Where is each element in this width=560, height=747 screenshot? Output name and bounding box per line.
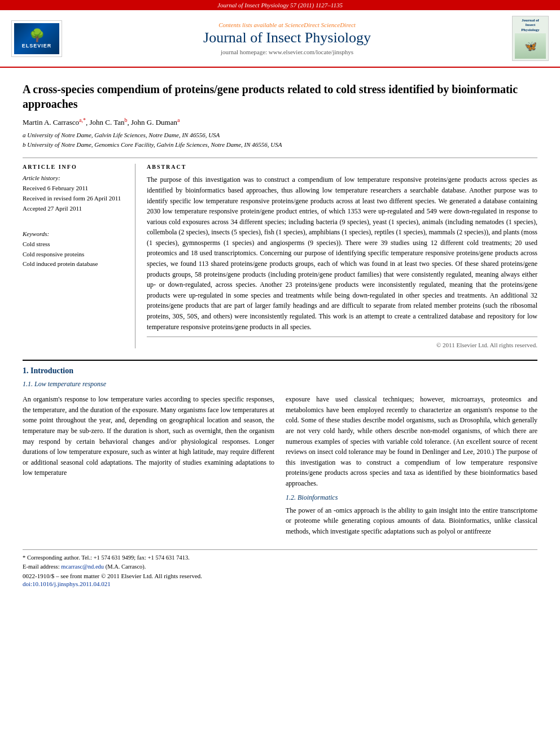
body-left-col: An organism's response to low temperatur… [23,394,274,541]
abstract-text: The purpose of this investigation was to… [147,174,537,332]
issn-line: 0022-1910/$ – see front matter © 2011 El… [23,573,537,579]
body-para-1: An organism's response to low temperatur… [23,394,274,478]
body-two-col: An organism's response to low temperatur… [23,394,537,541]
keyword-3: Cold induced protein database [23,259,126,269]
author3-name: , John G. Duman [128,118,177,126]
received-date: Received 6 February 2011 [23,184,126,194]
keyword-1: Cold stress [23,239,126,250]
affiliation-a: a University of Notre Dame, Galvin Life … [23,130,537,140]
email-name: (M.A. Carrasco). [106,563,146,570]
corresponding-author-note: * Corresponding author. Tel.: +1 574 631… [23,553,537,562]
article-info-heading: ARTICLE INFO [23,164,126,170]
accepted-date: Accepted 27 April 2011 [23,204,126,214]
journal-thumbnail: Journal ofInsectPhysiology 🦋 [512,16,549,61]
sciencedirect-text: Contents lists available at ScienceDirec… [68,21,506,28]
article-history: Article history: Received 6 February 201… [23,174,126,213]
body-right-col: exposure have used classical techniques;… [286,394,537,541]
elsevier-logo: 🌳 ELSEVIER [11,20,62,57]
issn-text: 0022-1910/$ – see front matter © 2011 El… [23,573,202,579]
footer-section: * Corresponding author. Tel.: +1 574 631… [23,549,537,587]
main-content: A cross-species compendium of proteins/g… [0,68,560,596]
keywords-section: Keywords: Cold stress Cold responsive pr… [23,230,126,269]
journal-homepage: journal homepage: www.elsevier.com/locat… [68,49,506,55]
history-label: Article history: [23,174,126,181]
body-section: 1. Introduction 1.1. Low temperature res… [23,360,537,541]
email-label: E-mail address: [23,563,60,570]
journal-title: Journal of Insect Physiology [68,29,506,46]
doi-line: doi:10.1016/j.jinsphys.2011.04.021 [23,580,537,587]
journal-header-middle: Contents lists available at ScienceDirec… [68,21,506,55]
section1-heading: 1. Introduction [23,366,537,375]
affiliations: a University of Notre Dame, Galvin Life … [23,130,537,149]
subsection1-heading: 1.1. Low temperature response [23,380,537,388]
email-link[interactable]: mcarrasc@nd.edu [61,563,104,570]
author3-sup: a [177,117,180,123]
keywords-list: Cold stress Cold responsive proteins Col… [23,239,126,269]
abstract-heading: ABSTRACT [147,164,537,170]
author2-name: , John C. Tan [86,118,125,126]
body-para-2-right: The power of an -omics approach is the a… [286,505,537,537]
article-meta-section: ARTICLE INFO Article history: Received 6… [23,158,537,348]
journal-citation-text: Journal of Insect Physiology 57 (2011) 1… [217,2,343,8]
affiliation-b: b University of Notre Dame, Genomics Cor… [23,140,537,150]
journal-header: 🌳 ELSEVIER Contents lists available at S… [0,10,560,68]
copyright-text: © 2011 Elsevier Ltd. All rights reserved… [147,337,537,348]
keywords-label: Keywords: [23,230,126,237]
body-para-1-right: exposure have used classical techniques;… [286,394,537,488]
email-note: E-mail address: mcarrasc@nd.edu (M.A. Ca… [23,562,537,571]
subsection2-heading: 1.2. Bioinformatics [286,493,537,502]
journal-citation-bar: Journal of Insect Physiology 57 (2011) 1… [0,0,560,10]
authors-line: Martin A. Carrascoa,*, John C. Tanb, Joh… [23,117,537,127]
star-note: * Corresponding author. Tel.: +1 574 631… [23,554,190,561]
doi-text[interactable]: doi:10.1016/j.jinsphys.2011.04.021 [23,580,111,587]
article-info-column: ARTICLE INFO Article history: Received 6… [23,164,135,348]
abstract-column: ABSTRACT The purpose of this investigati… [147,164,537,348]
author1-name: Martin A. Carrasco [23,118,79,126]
keyword-2: Cold responsive proteins [23,250,126,260]
author1-sup: a,* [79,117,86,123]
revised-date: Received in revised form 26 April 2011 [23,194,126,204]
article-title: A cross-species compendium of proteins/g… [23,82,537,111]
